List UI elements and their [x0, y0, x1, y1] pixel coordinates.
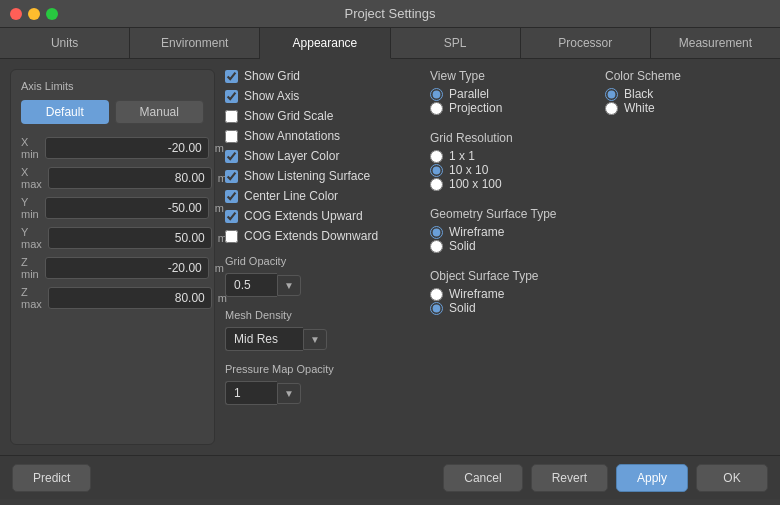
right-col-1: View Type Parallel Projection Grid Resol… — [430, 69, 595, 445]
close-button[interactable] — [10, 8, 22, 20]
tab-spl[interactable]: SPL — [391, 28, 521, 58]
grid-resolution-header: Grid Resolution — [430, 131, 595, 145]
ymin-unit: m — [215, 202, 224, 214]
minimize-button[interactable] — [28, 8, 40, 20]
white-label: White — [624, 101, 655, 115]
cog-extends-upward-checkbox[interactable] — [225, 210, 238, 223]
1x1-radio[interactable] — [430, 150, 443, 163]
traffic-lights — [10, 8, 58, 20]
axis-row-xmin: X min m — [21, 136, 204, 160]
grid-opacity-label: Grid Opacity — [225, 255, 420, 267]
obj-solid-radio[interactable] — [430, 302, 443, 315]
show-layer-color-checkbox[interactable] — [225, 150, 238, 163]
ymin-label: Y min — [21, 196, 39, 220]
manual-button[interactable]: Manual — [115, 100, 205, 124]
radio-100x100: 100 x 100 — [430, 177, 595, 191]
center-line-color-checkbox[interactable] — [225, 190, 238, 203]
white-radio[interactable] — [605, 102, 618, 115]
zmin-label: Z min — [21, 256, 39, 280]
tab-appearance[interactable]: Appearance — [260, 28, 390, 59]
geo-wireframe-radio[interactable] — [430, 226, 443, 239]
color-scheme-header: Color Scheme — [605, 69, 770, 83]
xmax-input[interactable] — [48, 167, 212, 189]
show-listening-surface-checkbox[interactable] — [225, 170, 238, 183]
default-button[interactable]: Default — [21, 100, 109, 124]
checkbox-show-grid-scale: Show Grid Scale — [225, 109, 420, 123]
axis-limits-title: Axis Limits — [21, 80, 204, 92]
predict-button[interactable]: Predict — [12, 464, 91, 492]
bottom-left: Predict — [12, 464, 91, 492]
main-content: Axis Limits Default Manual X min m X max… — [0, 59, 780, 455]
mesh-density-dropdown: ▼ — [225, 327, 420, 351]
checkbox-cog-extends-downward: COG Extends Downward — [225, 229, 420, 243]
100x100-radio[interactable] — [430, 178, 443, 191]
ymin-input[interactable] — [45, 197, 209, 219]
show-annotations-label: Show Annotations — [244, 129, 340, 143]
view-type-header: View Type — [430, 69, 595, 83]
obj-wireframe-radio[interactable] — [430, 288, 443, 301]
black-radio[interactable] — [605, 88, 618, 101]
geometry-surface-header: Geometry Surface Type — [430, 207, 595, 221]
xmax-label: X max — [21, 166, 42, 190]
1x1-label: 1 x 1 — [449, 149, 475, 163]
black-label: Black — [624, 87, 653, 101]
right-section: View Type Parallel Projection Grid Resol… — [430, 69, 770, 445]
geo-wireframe-label: Wireframe — [449, 225, 504, 239]
apply-button[interactable]: Apply — [616, 464, 688, 492]
radio-obj-solid: Solid — [430, 301, 595, 315]
mesh-density-arrow[interactable]: ▼ — [303, 329, 327, 350]
checkbox-show-layer-color: Show Layer Color — [225, 149, 420, 163]
ok-button[interactable]: OK — [696, 464, 768, 492]
cog-extends-downward-label: COG Extends Downward — [244, 229, 378, 243]
radio-geo-solid: Solid — [430, 239, 595, 253]
grid-opacity-dropdown: ▼ — [225, 273, 420, 297]
radio-1x1: 1 x 1 — [430, 149, 595, 163]
projection-label: Projection — [449, 101, 502, 115]
axis-limits-panel: Axis Limits Default Manual X min m X max… — [10, 69, 215, 445]
checkbox-center-line-color: Center Line Color — [225, 189, 420, 203]
zmin-input[interactable] — [45, 257, 209, 279]
show-axis-checkbox[interactable] — [225, 90, 238, 103]
show-grid-scale-checkbox[interactable] — [225, 110, 238, 123]
show-listening-surface-label: Show Listening Surface — [244, 169, 370, 183]
10x10-label: 10 x 10 — [449, 163, 488, 177]
geometry-surface-section: Geometry Surface Type Wireframe Solid — [430, 207, 595, 253]
show-annotations-checkbox[interactable] — [225, 130, 238, 143]
tab-environment[interactable]: Environment — [130, 28, 260, 58]
mesh-density-input[interactable] — [225, 327, 303, 351]
geo-solid-radio[interactable] — [430, 240, 443, 253]
cog-extends-downward-checkbox[interactable] — [225, 230, 238, 243]
bottom-right: Cancel Revert Apply OK — [443, 464, 768, 492]
show-grid-checkbox[interactable] — [225, 70, 238, 83]
pressure-map-opacity-input[interactable] — [225, 381, 277, 405]
xmin-input[interactable] — [45, 137, 209, 159]
ymax-label: Y max — [21, 226, 42, 250]
parallel-radio[interactable] — [430, 88, 443, 101]
zmax-input[interactable] — [48, 287, 212, 309]
checkbox-show-axis: Show Axis — [225, 89, 420, 103]
pressure-map-opacity-label: Pressure Map Opacity — [225, 363, 420, 375]
radio-black: Black — [605, 87, 770, 101]
tab-processor[interactable]: Processor — [521, 28, 651, 58]
object-surface-header: Object Surface Type — [430, 269, 595, 283]
cancel-button[interactable]: Cancel — [443, 464, 522, 492]
grid-opacity-input[interactable] — [225, 273, 277, 297]
revert-button[interactable]: Revert — [531, 464, 608, 492]
tab-units[interactable]: Units — [0, 28, 130, 58]
grid-opacity-arrow[interactable]: ▼ — [277, 275, 301, 296]
cog-extends-upward-label: COG Extends Upward — [244, 209, 363, 223]
maximize-button[interactable] — [46, 8, 58, 20]
geo-solid-label: Solid — [449, 239, 476, 253]
checkbox-show-listening-surface: Show Listening Surface — [225, 169, 420, 183]
tab-measurement[interactable]: Measurement — [651, 28, 780, 58]
ymax-input[interactable] — [48, 227, 212, 249]
show-layer-color-label: Show Layer Color — [244, 149, 339, 163]
zmin-unit: m — [215, 262, 224, 274]
projection-radio[interactable] — [430, 102, 443, 115]
axis-row-zmax: Z max m — [21, 286, 204, 310]
10x10-radio[interactable] — [430, 164, 443, 177]
color-scheme-section: Color Scheme Black White — [605, 69, 770, 115]
checkbox-cog-extends-upward: COG Extends Upward — [225, 209, 420, 223]
obj-solid-label: Solid — [449, 301, 476, 315]
pressure-map-opacity-arrow[interactable]: ▼ — [277, 383, 301, 404]
